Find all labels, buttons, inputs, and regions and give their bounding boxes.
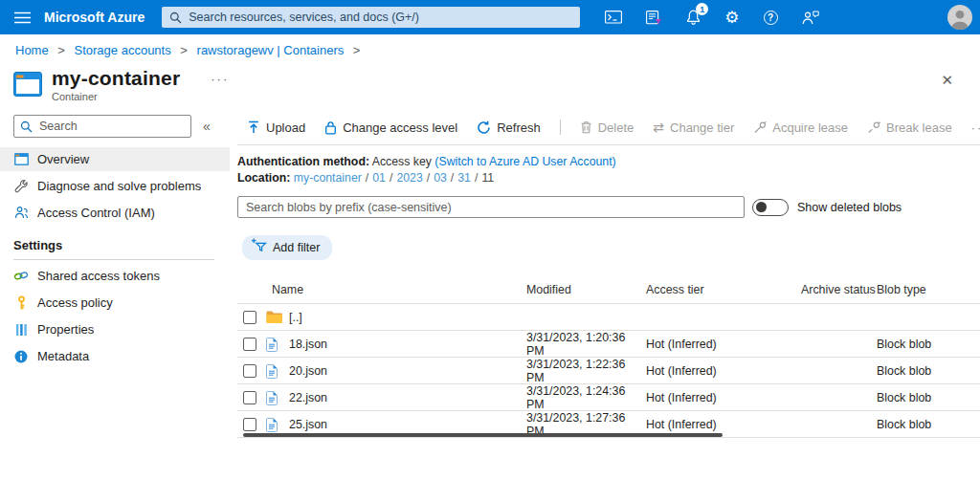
sidebar-search-input[interactable] xyxy=(13,115,191,138)
table-header-row: Name Modified Access tier Archive status… xyxy=(237,275,980,304)
page-subtitle: Container xyxy=(52,91,229,102)
hamburger-menu-button[interactable] xyxy=(0,0,44,34)
notifications-button[interactable]: 1 xyxy=(686,10,701,25)
location-segment[interactable]: 01 xyxy=(372,171,386,185)
blob-table: Name Modified Access tier Archive status… xyxy=(237,275,980,438)
sidebar: « Overview Diagnose and solve problems A… xyxy=(0,110,230,371)
button-label: Break lease xyxy=(886,120,952,135)
auth-method-value: Access key xyxy=(372,155,432,168)
row-checkbox[interactable] xyxy=(243,391,256,404)
acquire-lease-button[interactable]: Acquire lease xyxy=(753,120,848,135)
account-avatar[interactable] xyxy=(947,5,972,30)
sidebar-item-access-policy[interactable]: Access policy xyxy=(0,291,230,315)
page-title: my-container xyxy=(52,67,180,90)
row-checkbox[interactable] xyxy=(243,311,256,324)
add-filter-button[interactable]: Add filter xyxy=(242,235,332,260)
search-icon xyxy=(20,120,33,137)
row-checkbox[interactable] xyxy=(243,338,256,351)
column-header-blob-type[interactable]: Blob type xyxy=(877,283,980,296)
breadcrumb-home[interactable]: Home xyxy=(15,43,49,57)
sidebar-item-access-control[interactable]: Access Control (IAM) xyxy=(0,201,230,225)
sidebar-item-label: Access Control (IAM) xyxy=(37,206,155,220)
location-current-segment: 11 xyxy=(481,171,494,185)
cloud-shell-button[interactable] xyxy=(605,11,622,24)
blob-type: Block blob xyxy=(877,338,980,351)
column-header-modified[interactable]: Modified xyxy=(526,283,646,296)
row-checkbox[interactable] xyxy=(243,364,256,378)
blob-name[interactable]: 20.json xyxy=(289,364,526,378)
sidebar-item-label: Shared access tokens xyxy=(37,269,160,283)
link-icon xyxy=(13,270,29,282)
switch-auth-link[interactable]: (Switch to Azure AD User Account) xyxy=(434,155,615,168)
blob-prefix-search-input[interactable] xyxy=(237,196,745,218)
person-icon xyxy=(13,206,29,220)
breadcrumb-containers[interactable]: rawstoragewv | Containers xyxy=(197,43,345,57)
azure-topbar: Microsoft Azure 1 ⚙ ? xyxy=(0,0,980,34)
sidebar-item-diagnose[interactable]: Diagnose and solve problems xyxy=(0,174,230,198)
close-blade-button[interactable]: ✕ xyxy=(941,72,953,89)
cloud-shell-icon xyxy=(605,11,622,24)
change-access-level-button[interactable]: Change access level xyxy=(324,120,457,135)
breadcrumb-separator: > xyxy=(57,43,65,57)
blob-name[interactable]: 22.json xyxy=(289,391,526,404)
break-lease-button[interactable]: Break lease xyxy=(867,120,952,135)
breadcrumb: Home > Storage accounts > rawstoragewv |… xyxy=(0,34,980,60)
blob-name[interactable]: [..] xyxy=(289,311,526,324)
brand-title[interactable]: Microsoft Azure xyxy=(44,10,145,25)
row-checkbox[interactable] xyxy=(243,418,256,431)
horizontal-scrollbar[interactable] xyxy=(243,433,723,437)
trash-icon xyxy=(580,120,592,134)
feedback-button[interactable] xyxy=(802,11,819,25)
location-segment[interactable]: 31 xyxy=(457,171,471,185)
global-search-input[interactable] xyxy=(162,7,580,28)
blob-access-tier: Hot (Inferred) xyxy=(646,338,801,351)
sidebar-item-metadata[interactable]: Metadata xyxy=(0,344,230,368)
button-label: Refresh xyxy=(497,120,541,135)
sidebar-item-properties[interactable]: Properties xyxy=(0,317,230,341)
upload-button[interactable]: Upload xyxy=(247,120,305,135)
break-lease-icon xyxy=(867,121,880,134)
location-separator: / xyxy=(475,171,478,185)
settings-group-header: Settings xyxy=(13,238,230,252)
settings-button[interactable]: ⚙ xyxy=(724,10,739,26)
breadcrumb-storage-accounts[interactable]: Storage accounts xyxy=(75,43,171,57)
column-header-access-tier[interactable]: Access tier xyxy=(646,283,801,296)
blob-name[interactable]: 18.json xyxy=(289,338,526,351)
change-tier-button[interactable]: ⇄ Change tier xyxy=(653,120,734,135)
location-segment[interactable]: my-container xyxy=(294,171,362,185)
location-line: Location: my-container/01/2023/03/31/11 xyxy=(237,170,980,186)
help-icon: ? xyxy=(764,11,778,25)
breadcrumb-separator: > xyxy=(353,43,361,57)
help-button[interactable]: ? xyxy=(764,11,778,25)
info-icon xyxy=(13,350,29,363)
page-header: my-container ··· Container ✕ xyxy=(0,60,980,110)
change-tier-icon: ⇄ xyxy=(653,120,664,134)
acquire-lease-icon xyxy=(753,121,767,134)
show-deleted-blobs-toggle[interactable] xyxy=(752,199,789,216)
button-label: Delete xyxy=(598,120,635,135)
sidebar-collapse-button[interactable]: « xyxy=(203,119,211,134)
blob-access-tier: Hot (Inferred) xyxy=(646,364,801,378)
key-icon xyxy=(13,295,29,311)
delete-button[interactable]: Delete xyxy=(580,120,635,135)
blob-name[interactable]: 25.json xyxy=(289,418,526,431)
toolbar-more-button[interactable]: ··· xyxy=(971,120,980,135)
location-label: Location: xyxy=(237,171,290,185)
location-segment[interactable]: 2023 xyxy=(396,171,422,185)
sidebar-item-label: Diagnose and solve problems xyxy=(37,179,201,193)
location-segment[interactable]: 03 xyxy=(434,171,447,185)
hamburger-icon xyxy=(14,11,31,24)
gear-icon: ⚙ xyxy=(724,10,739,26)
add-filter-label: Add filter xyxy=(273,241,320,254)
page-more-button[interactable]: ··· xyxy=(211,72,229,86)
sidebar-item-overview[interactable]: Overview xyxy=(0,147,230,171)
refresh-button[interactable]: Refresh xyxy=(477,120,541,135)
table-row-blob: 22.json 3/31/2023, 1:24:36 PM Hot (Infer… xyxy=(237,384,980,411)
directory-filter-button[interactable] xyxy=(646,11,662,25)
sidebar-item-shared-access-tokens[interactable]: Shared access tokens xyxy=(0,264,230,288)
column-header-archive-status[interactable]: Archive status xyxy=(801,283,877,296)
properties-icon xyxy=(13,323,29,337)
table-row-parent-dir: [..] xyxy=(237,304,980,331)
column-header-name[interactable]: Name xyxy=(266,283,526,296)
blob-type: Block blob xyxy=(877,364,980,378)
